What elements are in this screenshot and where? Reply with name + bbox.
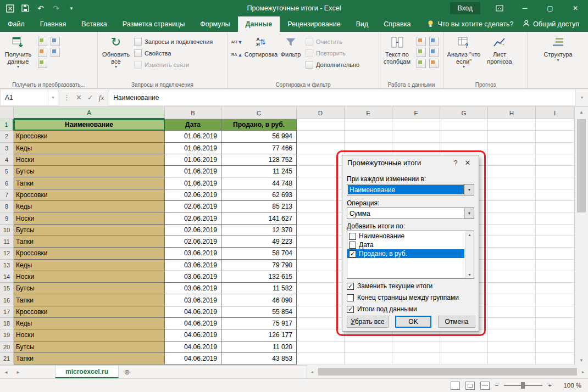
cell-C21[interactable]: 43 853 <box>221 353 297 365</box>
column-header-A[interactable]: A <box>14 107 165 119</box>
advanced-filter-button[interactable]: Дополнительно <box>304 60 361 69</box>
dialog-option-checkbox[interactable]: ✓Заменить текущие итоги <box>347 282 474 290</box>
cell-B9[interactable]: 02.06.2019 <box>165 212 221 224</box>
cell-H2[interactable] <box>488 131 536 142</box>
cell-D11[interactable] <box>297 236 345 248</box>
horizontal-scrollbar[interactable]: ◂ ▸ <box>307 365 588 378</box>
forecast-sheet-button[interactable]: Лист прогноза <box>482 33 517 65</box>
what-if-analysis-button[interactable]: ? Анализ "что если" ▾ <box>446 33 482 69</box>
cell-D14[interactable] <box>297 271 345 283</box>
cell-H1[interactable] <box>488 119 536 131</box>
cell-E20[interactable] <box>345 341 392 353</box>
cell-I20[interactable] <box>536 341 574 353</box>
cell-A21[interactable]: Тапки <box>14 353 165 365</box>
insert-function-icon[interactable]: fx <box>99 93 104 102</box>
cell-D12[interactable] <box>297 248 345 259</box>
from-table-icon[interactable] <box>38 48 47 57</box>
cell-B20[interactable]: 04.06.2019 <box>165 341 221 353</box>
cell-B13[interactable]: 03.06.2019 <box>165 260 221 271</box>
sign-in-button[interactable]: Вход <box>450 2 480 14</box>
from-web-icon[interactable] <box>51 37 60 46</box>
tell-me-box[interactable]: Что вы хотите сделать? <box>427 16 513 32</box>
cell-I8[interactable] <box>536 201 574 212</box>
combo-arrow-icon[interactable]: ▼ <box>464 208 474 219</box>
cell-C6[interactable]: 44 748 <box>221 177 297 189</box>
cell-H19[interactable] <box>488 329 536 341</box>
ribbon-display-options-icon[interactable] <box>487 0 512 16</box>
cell-B17[interactable]: 04.06.2019 <box>165 306 221 318</box>
row-header-5[interactable]: 5 <box>0 166 14 177</box>
add-sheet-icon[interactable]: ⊕ <box>119 366 135 378</box>
row-header-4[interactable]: 4 <box>0 154 14 166</box>
cell-I3[interactable] <box>536 143 574 154</box>
cell-C11[interactable]: 49 223 <box>221 236 297 248</box>
cell-I16[interactable] <box>536 294 574 306</box>
cell-I2[interactable] <box>536 131 574 142</box>
row-header-17[interactable]: 17 <box>0 306 14 318</box>
cell-C20[interactable]: 11 020 <box>221 341 297 353</box>
refresh-all-button[interactable]: ↻ Обновить все ▾ <box>99 33 132 69</box>
cell-I11[interactable] <box>536 236 574 248</box>
cell-H12[interactable] <box>488 248 536 259</box>
add-totals-listbox[interactable]: НаименованиеДата✓Продано, в руб. ▲ ▼ <box>347 231 474 279</box>
row-header-11[interactable]: 11 <box>0 236 14 248</box>
cell-A2[interactable]: Кроссовки <box>14 131 165 142</box>
ribbon-tab-Вставка[interactable]: Вставка <box>74 16 114 32</box>
dialog-title-bar[interactable]: Промежуточные итоги ? ✕ <box>342 155 479 170</box>
sort-az-button[interactable]: АЯ▼ <box>230 37 243 47</box>
ribbon-tab-Главная[interactable]: Главная <box>32 16 74 32</box>
share-button[interactable]: Общий доступ <box>523 16 588 32</box>
cell-I14[interactable] <box>536 271 574 283</box>
row-header-19[interactable]: 19 <box>0 329 14 341</box>
cell-H11[interactable] <box>488 236 536 248</box>
dialog-option-checkbox[interactable]: Конец страницы между группами <box>347 294 474 301</box>
combo-arrow-icon[interactable]: ▼ <box>464 184 474 195</box>
column-header-C[interactable]: C <box>221 107 297 119</box>
cell-A20[interactable]: Бутсы <box>14 341 165 353</box>
cell-D21[interactable] <box>297 353 345 365</box>
cell-F2[interactable] <box>392 131 440 142</box>
formula-bar-expand-icon[interactable]: ▾ <box>576 89 588 106</box>
cell-I12[interactable] <box>536 248 574 259</box>
cell-A12[interactable]: Кроссовки <box>14 248 165 259</box>
cell-C4[interactable]: 128 752 <box>221 154 297 166</box>
cell-F21[interactable] <box>392 353 440 365</box>
column-header-H[interactable]: H <box>488 107 536 119</box>
row-header-9[interactable]: 9 <box>0 212 14 224</box>
cell-A13[interactable]: Кеды <box>14 260 165 271</box>
minimize-button[interactable]: ─ <box>512 0 537 16</box>
cell-I5[interactable] <box>536 166 574 177</box>
select-all-corner[interactable] <box>0 107 14 119</box>
relationships-icon[interactable] <box>417 59 426 68</box>
horizontal-scroll-thumb[interactable] <box>318 368 577 376</box>
unchecked-checkbox-icon[interactable] <box>349 233 356 240</box>
cell-H21[interactable] <box>488 353 536 365</box>
existing-connections-icon[interactable] <box>38 59 47 68</box>
row-header-3[interactable]: 3 <box>0 143 14 154</box>
cell-I1[interactable] <box>536 119 574 131</box>
row-header-18[interactable]: 18 <box>0 318 14 329</box>
recent-sources-icon[interactable] <box>51 48 60 57</box>
page-layout-view-icon[interactable] <box>465 382 475 390</box>
cell-B2[interactable]: 01.06.2019 <box>165 131 221 142</box>
remove-all-button[interactable]: Убрать все <box>347 316 389 328</box>
cell-A7[interactable]: Кроссовки <box>14 189 165 201</box>
cell-D13[interactable] <box>297 260 345 271</box>
cell-H9[interactable] <box>488 212 536 224</box>
cell-C2[interactable]: 56 994 <box>221 131 297 142</box>
flash-fill-icon[interactable] <box>417 37 426 46</box>
cell-H14[interactable] <box>488 271 536 283</box>
cell-G2[interactable] <box>440 131 488 142</box>
cell-A1[interactable]: Наименование <box>14 119 165 131</box>
cell-F20[interactable] <box>392 341 440 353</box>
cell-I17[interactable] <box>536 306 574 318</box>
scroll-left-icon[interactable]: ◂ <box>307 369 317 374</box>
cell-E2[interactable] <box>345 131 392 142</box>
confirm-entry-icon[interactable]: ✓ <box>87 93 93 102</box>
queries-connections-button[interactable]: Запросы и подключения <box>132 37 214 46</box>
cell-I10[interactable] <box>536 225 574 236</box>
cell-B7[interactable]: 02.06.2019 <box>165 189 221 201</box>
cell-A11[interactable]: Тапки <box>14 236 165 248</box>
row-header-20[interactable]: 20 <box>0 341 14 353</box>
cell-D5[interactable] <box>297 166 345 177</box>
